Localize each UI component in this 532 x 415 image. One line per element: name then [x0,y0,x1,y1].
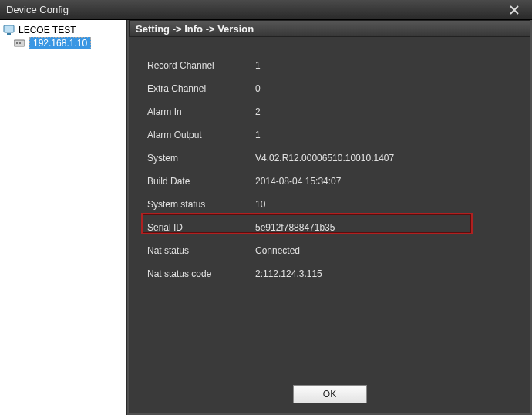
label-alarm-output: Alarm Output [147,130,255,140]
window-title: Device Config [6,4,503,15]
label-record-channel: Record Channel [147,60,255,71]
value-alarm-output: 1 [255,130,512,140]
monitor-icon [3,25,15,35]
label-extra-channel: Extra Channel [147,83,255,94]
row-extra-channel: Extra Channel 0 [147,77,512,100]
row-build-date: Build Date 2014-08-04 15:34:07 [147,170,512,193]
row-alarm-output: Alarm Output 1 [147,123,512,147]
tree-root-label: LECOE TEST [19,25,76,35]
label-alarm-in: Alarm In [147,106,255,117]
value-record-channel: 1 [255,60,512,71]
breadcrumb: Setting -> Info -> Version [129,20,530,37]
tree-child-item[interactable]: 192.168.1.10 [3,37,123,49]
value-system: V4.02.R12.00006510.10010.1407 [255,153,512,164]
label-nat-status: Nat status [147,245,255,256]
label-system: System [147,153,255,164]
tree-child-label: 192.168.1.10 [29,37,91,49]
row-system: System V4.02.R12.00006510.10010.1407 [147,147,512,170]
ok-button[interactable]: OK [293,385,367,403]
value-nat-code: 2:112.124.3.115 [255,268,512,279]
label-build-date: Build Date [147,176,255,187]
row-serial-id: Serial ID 5e912f7888471b35 [147,216,512,239]
window: Device Config LECOE TEST 192.168.1.10 Se… [0,0,532,415]
row-system-status: System status 10 [147,193,512,216]
window-body: LECOE TEST 192.168.1.10 Setting -> Info … [0,20,532,415]
row-record-channel: Record Channel 1 [147,54,512,77]
row-nat-status: Nat status Connected [147,239,512,262]
label-serial-id: Serial ID [147,222,255,233]
breadcrumb-text: Setting -> Info -> Version [136,23,254,35]
label-system-status: System status [147,199,255,210]
tree-root-item[interactable]: LECOE TEST [3,25,123,35]
button-bar: OK [129,375,530,413]
svg-rect-2 [4,25,14,32]
close-button[interactable] [503,2,526,18]
value-alarm-in: 2 [255,106,512,117]
value-system-status: 10 [255,199,512,210]
device-icon [14,38,26,49]
svg-rect-3 [7,33,11,35]
label-nat-code: Nat status code [147,268,255,279]
titlebar: Device Config [0,0,532,20]
row-nat-code: Nat status code 2:112.124.3.115 [147,262,512,285]
svg-point-5 [16,42,18,44]
close-icon [509,5,520,15]
value-build-date: 2014-08-04 15:34:07 [255,176,512,187]
main-panel: Setting -> Info -> Version Record Channe… [127,20,532,415]
svg-point-6 [19,42,21,44]
row-alarm-in: Alarm In 2 [147,100,512,123]
value-nat-status: Connected [255,245,512,256]
value-serial-id: 5e912f7888471b35 [255,222,512,233]
device-tree: LECOE TEST 192.168.1.10 [0,20,127,415]
value-extra-channel: 0 [255,83,512,94]
info-content: Record Channel 1 Extra Channel 0 Alarm I… [129,37,530,375]
